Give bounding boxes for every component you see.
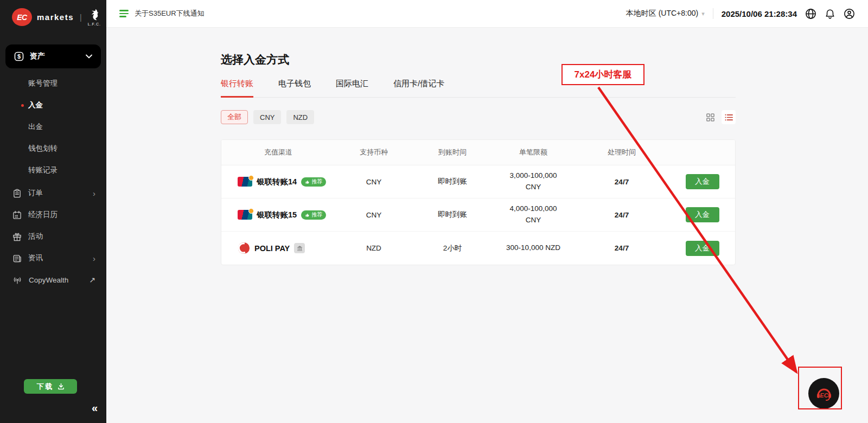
badge-label: 推荐 bbox=[311, 211, 322, 219]
unionpay-logo-icon bbox=[238, 210, 252, 220]
sidebar-item-deposit[interactable]: 入金 bbox=[0, 94, 106, 116]
filter-chip-cny[interactable]: CNY bbox=[253, 110, 281, 124]
filter-chip-all[interactable]: 全部 bbox=[221, 110, 248, 124]
sidebar-item-label: 入金 bbox=[28, 101, 43, 109]
bank-icon bbox=[296, 245, 303, 252]
deposit-channels-table: 充值渠道 支持币种 到账时间 单笔限额 处理时间 银联转账14 推荐 CNY 即… bbox=[221, 139, 736, 265]
customer-service-annotation-box: 7x24小时客服 bbox=[561, 64, 644, 85]
column-header-limit: 单笔限额 bbox=[493, 148, 574, 157]
currency-cell: CNY bbox=[335, 178, 412, 186]
sidebar-item-label: CopyWealth bbox=[29, 276, 68, 284]
limit-cell: 3,000-100,000 CNY bbox=[493, 170, 574, 193]
sidebar-item-withdraw[interactable]: 出金 bbox=[0, 116, 106, 138]
tab-international-wire[interactable]: 国际电汇 bbox=[336, 79, 368, 98]
arrival-cell: 即时到账 bbox=[412, 177, 493, 187]
sidebar-item-label: 经济日历 bbox=[28, 210, 58, 220]
ec-headset-icon: EC bbox=[813, 383, 835, 405]
sidebar-item-account-management[interactable]: 账号管理 bbox=[0, 73, 106, 94]
channel-cell: 银联转账14 推荐 bbox=[221, 177, 335, 187]
sidebar-item-label: 资讯 bbox=[28, 253, 43, 263]
deposit-button[interactable]: 入金 bbox=[686, 241, 719, 256]
column-header-arrival-time: 到账时间 bbox=[412, 148, 493, 157]
tab-bank-transfer[interactable]: 银行转账 bbox=[221, 79, 253, 98]
sidebar-item-assets[interactable]: $ 资产 bbox=[5, 44, 101, 68]
list-view-icon[interactable] bbox=[722, 110, 736, 124]
action-cell: 入金 bbox=[669, 207, 735, 222]
sidebar-item-promotions[interactable]: 活动 bbox=[0, 226, 106, 247]
sidebar-menu: $ 资产 账号管理 入金 出金 钱包划转 转账记录 bbox=[0, 44, 106, 291]
unionpay-logo-icon bbox=[238, 177, 252, 187]
currency-cell: CNY bbox=[335, 211, 412, 219]
chevron-right-icon: › bbox=[93, 189, 95, 198]
filter-chip-nzd[interactable]: NZD bbox=[286, 110, 314, 124]
tab-e-wallet[interactable]: 电子钱包 bbox=[278, 79, 311, 98]
notification-banner[interactable]: 关于S35EUR下线通知 bbox=[135, 9, 205, 18]
sidebar-collapse-button[interactable]: « bbox=[92, 402, 98, 414]
sidebar-item-copywealth[interactable]: CopyWealth ↗ bbox=[0, 269, 106, 291]
tab-credit-debit-card[interactable]: 信用卡/借记卡 bbox=[393, 79, 444, 98]
limit-cell: 4,000-100,000 CNY bbox=[493, 203, 574, 226]
external-link-icon: ↗ bbox=[89, 275, 95, 284]
customer-service-chat-button[interactable]: EC bbox=[808, 378, 839, 409]
thumbs-up-icon bbox=[305, 180, 310, 184]
sidebar-item-label: 资产 bbox=[30, 52, 45, 61]
column-header-processing-time: 处理时间 bbox=[574, 148, 669, 157]
poli-pay-logo-icon bbox=[238, 242, 250, 254]
sidebar-item-orders[interactable]: 订单 › bbox=[0, 182, 106, 204]
current-datetime: 2025/10/06 21:28:34 bbox=[722, 9, 797, 18]
account-user-icon[interactable] bbox=[844, 8, 855, 20]
chevron-down-icon bbox=[86, 54, 92, 59]
gift-icon bbox=[12, 232, 22, 241]
download-label: 下载 bbox=[37, 382, 54, 392]
bank-badge bbox=[294, 243, 305, 253]
arrival-cell: 即时到账 bbox=[412, 210, 493, 220]
notifications-bell-icon[interactable] bbox=[825, 8, 835, 20]
channel-name: 银联转账15 bbox=[257, 210, 297, 220]
deposit-method-tabs: 银行转账 电子钱包 国际电汇 信用卡/借记卡 bbox=[221, 79, 736, 98]
timezone-label: 本地时区 (UTC+8:00) bbox=[626, 9, 698, 18]
channel-cell: 银联转账15 推荐 bbox=[221, 210, 335, 220]
badge-label: 推荐 bbox=[311, 178, 322, 185]
limit-line1: 3,000-100,000 bbox=[493, 170, 574, 182]
sidebar-groups: 订单 › 经济日历 活动 bbox=[0, 182, 106, 291]
menu-icon[interactable] bbox=[119, 10, 129, 17]
processing-cell: 24/7 bbox=[574, 244, 669, 252]
table-header-row: 充值渠道 支持币种 到账时间 单笔限额 处理时间 bbox=[221, 140, 735, 165]
clipboard-icon bbox=[12, 189, 22, 198]
page-title: 选择入金方式 bbox=[221, 52, 736, 67]
sidebar-item-news[interactable]: 资讯 › bbox=[0, 247, 106, 269]
processing-cell: 24/7 bbox=[574, 211, 669, 219]
sidebar-item-transfer-records[interactable]: 转账记录 bbox=[0, 159, 106, 181]
processing-cell: 24/7 bbox=[574, 178, 669, 186]
thumbs-up-icon bbox=[305, 213, 310, 217]
download-button[interactable]: 下载 bbox=[24, 379, 77, 394]
currency-filter-row: 全部 CNY NZD bbox=[221, 110, 736, 124]
language-globe-icon[interactable] bbox=[805, 8, 816, 20]
news-icon bbox=[12, 254, 22, 263]
svg-text:$: $ bbox=[17, 53, 21, 60]
sidebar-item-economic-calendar[interactable]: 经济日历 bbox=[0, 204, 106, 226]
topbar-right: 本地时区 (UTC+8:00) ▾ 2025/10/06 21:28:34 bbox=[626, 8, 855, 20]
limit-line2: CNY bbox=[493, 215, 574, 226]
annotation-label: 7x24小时客服 bbox=[575, 68, 632, 81]
divider bbox=[713, 8, 713, 19]
deposit-button[interactable]: 入金 bbox=[686, 174, 719, 189]
dollar-icon: $ bbox=[14, 52, 24, 61]
lfc-label: L.F.C. bbox=[88, 22, 101, 26]
sidebar: EC markets | L.F.C. $ 资产 账号管理 入金 bbox=[0, 0, 106, 423]
recommended-badge: 推荐 bbox=[301, 177, 326, 187]
limit-cell: 300-10,000 NZD bbox=[493, 242, 574, 254]
channel-cell: POLI PAY bbox=[221, 242, 335, 254]
timezone-selector[interactable]: 本地时区 (UTC+8:00) ▾ bbox=[626, 9, 705, 18]
deposit-button[interactable]: 入金 bbox=[686, 207, 719, 222]
recommended-badge: 推荐 bbox=[301, 210, 326, 220]
currency-cell: NZD bbox=[335, 244, 412, 252]
column-header-currency: 支持币种 bbox=[335, 148, 412, 157]
table-row: POLI PAY NZD 2小时 300-10,000 NZD 24/7 入金 bbox=[221, 232, 735, 265]
grid-view-icon[interactable] bbox=[703, 110, 717, 124]
chevron-right-icon: › bbox=[93, 254, 95, 263]
active-dot bbox=[21, 104, 24, 107]
svg-text:EC: EC bbox=[820, 392, 828, 399]
sidebar-item-wallet-transfer[interactable]: 钱包划转 bbox=[0, 138, 106, 159]
broadcast-icon bbox=[12, 275, 22, 285]
